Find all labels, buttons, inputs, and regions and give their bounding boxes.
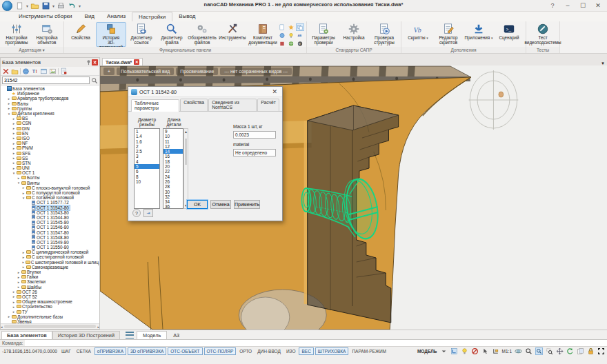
dialog-button-Применить[interactable]: Применить — [234, 200, 260, 209]
tree-item-С шестигранной головкой[interactable]: ▸С шестигранной головкой — [1, 254, 99, 259]
mini-sphere-icon[interactable] — [278, 32, 286, 39]
sheets-icon[interactable] — [577, 347, 584, 355]
filter-icon[interactable]: T! — [31, 68, 39, 75]
ribbon-button-История 3D-построений[interactable]: История3D-построений — [96, 22, 126, 47]
mini-bulb-icon[interactable] — [287, 32, 295, 39]
tree-item-ОСТ 52[interactable]: ▸ОСТ 52 — [1, 294, 99, 299]
diameter-list[interactable]: 11.41.622.53456810 — [134, 128, 160, 209]
tree-item-Звенья[interactable]: Звенья — [1, 319, 99, 323]
status-toggle-ВЕС[interactable]: ВЕС — [299, 347, 313, 355]
ribbon-button-Свойства[interactable]: Свойства — [66, 22, 96, 47]
panel-tab-База элементов[interactable]: База элементов — [1, 331, 52, 339]
tree-item-STN[interactable]: ▸STN — [1, 161, 99, 165]
mini-copy-icon[interactable] — [296, 23, 304, 31]
diameter-option-4[interactable]: 4 — [135, 159, 159, 164]
tree-item-С потайной головкой[interactable]: ▾С потайной головкой — [1, 195, 99, 200]
tree-item-SS[interactable]: ▸SS — [1, 156, 99, 161]
length-option-34[interactable]: 34 — [163, 199, 183, 204]
tree-item-ISO[interactable]: ▸ISO — [1, 136, 99, 141]
dialog-tab-Сведения из NormaCS[interactable]: Сведения из NormaCS — [208, 99, 257, 111]
ribbon-button-Настройка[interactable]: Настройка — [339, 22, 369, 47]
tree-item-С полукруглой головкой[interactable]: ▸С полукруглой головкой — [1, 190, 99, 195]
ribbon-button-Диспетчер файла[interactable]: Диспетчерфайла — [157, 22, 187, 47]
tree-item-Заклепки[interactable]: ▸Заклепки — [1, 279, 99, 284]
tree-horizontal-scrollbar[interactable]: ◂▸ — [1, 323, 99, 329]
view-overlay-button-+[interactable]: + — [103, 68, 115, 75]
length-option-11[interactable]: 11 — [163, 139, 183, 144]
dialog-close-icon[interactable]: ✕ — [270, 88, 279, 95]
tree-item-ОСТ 26[interactable]: ▸ОСТ 26 — [1, 290, 99, 294]
search-input[interactable] — [2, 77, 90, 84]
length-option-30[interactable]: 30 — [163, 190, 183, 194]
tree-item-ОСТ 1 31545-80[interactable]: ОСТ 1 31545-80 — [1, 220, 99, 225]
length-option-26[interactable]: 26 — [163, 179, 183, 184]
ucs-blue-icon[interactable] — [450, 347, 458, 355]
status-toggle-оПРИВЯЗКА[interactable]: оПРИВЯЗКА — [94, 347, 126, 355]
bulb-icon[interactable] — [461, 347, 468, 355]
dialog-tab-Табличные параметры[interactable]: Табличные параметры — [131, 99, 179, 112]
tree-item-ОСТ 1 31550-80[interactable]: ОСТ 1 31550-80 — [1, 245, 99, 250]
sheet-tab-А3[interactable]: А3 — [168, 332, 185, 339]
tree-item-ОСТ 1 31549-80[interactable]: ОСТ 1 31549-80 — [1, 240, 99, 245]
tree-item-ОСТ 1 10577-72[interactable]: ОСТ 1 10577-72 — [1, 200, 99, 205]
tree-item-Гайки[interactable]: ▸Гайки — [1, 274, 99, 279]
menu-tab-Настройки[interactable]: Настройки — [132, 12, 172, 21]
ribbon-button-Редактор скриптов[interactable]: Редакторскриптов — [433, 22, 464, 47]
length-option-28[interactable]: 28 — [163, 184, 183, 189]
ribbon-button-Скрипты[interactable]: VbСкрипты ▾ — [403, 22, 433, 47]
scale-indicator[interactable]: М1:1 — [502, 349, 512, 354]
ribbon-button-Приложения[interactable]: Приложения ▾ — [464, 22, 494, 47]
diameter-option-1[interactable]: 1 — [135, 129, 159, 134]
tree-item-SFS[interactable]: ▸SFS — [1, 150, 99, 155]
field-value-Масса 1 шт, кг[interactable]: 0.0023 — [233, 131, 276, 139]
tree-item-Общее машиностроение[interactable]: ▸Общее машиностроение — [1, 299, 99, 304]
panel-close-icon[interactable] — [92, 59, 98, 65]
length-option-18[interactable]: 18 — [163, 159, 183, 164]
tree-item-Валы[interactable]: ▸Валы — [1, 101, 99, 106]
document-close-icon[interactable]: ✕ — [134, 59, 139, 65]
model-space-label[interactable]: МОДЕЛЬ — [417, 349, 437, 354]
status-toggle-ОРТО[interactable]: ОРТО — [237, 348, 254, 354]
pin-icon[interactable] — [86, 59, 92, 65]
length-list[interactable]: 9101112141618202224262830323436384042 — [163, 128, 183, 209]
menu-tab-Анализ[interactable]: Анализ — [101, 12, 132, 21]
mini-star-icon[interactable] — [287, 23, 295, 31]
tree-item-ОСТ 1 31547-80[interactable]: ОСТ 1 31547-80 — [1, 230, 99, 234]
sheet-menu-icon[interactable] — [126, 332, 134, 338]
length-option-10[interactable]: 10 — [163, 134, 183, 139]
ribbon-button-Параметры проверки[interactable]: Параметрыпроверки — [308, 22, 339, 47]
tree-item-С плоско-выпуклой головкой[interactable]: ▸С плоско-выпуклой головкой — [1, 185, 99, 190]
diameter-option-5[interactable]: 5 — [135, 164, 159, 169]
diameter-option-6[interactable]: 6 — [135, 169, 159, 174]
diameter-option-10[interactable]: 10 — [135, 179, 159, 184]
tree-item-Самонарезающие[interactable]: ▸Самонарезающие — [1, 265, 99, 270]
tree-item-ОСТ 1 31548-80[interactable]: ОСТ 1 31548-80 — [1, 235, 99, 240]
view-overlay-button---- нет сохраненных видов ---[interactable]: --- нет сохраненных видов --- — [220, 68, 292, 75]
ribbon-button-Диспетчер ссылок[interactable]: Диспетчерссылок — [126, 22, 157, 47]
cursor-icon[interactable] — [481, 347, 489, 355]
fullscreen-icon[interactable] — [597, 347, 605, 355]
zoom-icon[interactable] — [525, 347, 533, 355]
dialog-button-Отмена[interactable]: Отмена — [210, 200, 231, 209]
length-option-12[interactable]: 12 — [163, 144, 183, 149]
ribbon-button-Проверка структуры[interactable]: Проверкаструктуры — [369, 22, 399, 47]
field-value-material[interactable]: Не определено — [233, 149, 276, 156]
pan-icon[interactable] — [556, 347, 564, 355]
command-input[interactable] — [25, 340, 607, 347]
status-toggle-ПАРАМ-РЕЖИМ[interactable]: ПАРАМ-РЕЖИМ — [350, 348, 388, 354]
sheet-tab-Модель[interactable]: Модель — [137, 331, 167, 339]
ribbon-button-Настройки программы[interactable]: Настройкипрограммы — [1, 22, 32, 47]
tree-item-Втулки[interactable]: ▸Втулки — [1, 270, 99, 274]
menu-tab-Вид[interactable]: Вид — [79, 12, 101, 21]
ribbon-button-Сценарий[interactable]: >_Сценарий — [494, 22, 524, 47]
dropdown-caret-icon[interactable] — [440, 347, 448, 355]
tree-item-ОСТ 1 31543-80[interactable]: ОСТ 1 31543-80 — [1, 210, 99, 215]
doc-red-icon[interactable] — [60, 68, 68, 75]
dialog-title-bar[interactable]: ОСТ 1 31542-80 ✕ — [128, 87, 282, 97]
status-toggle-ДИН-ВВОД[interactable]: ДИН-ВВОД — [255, 348, 283, 354]
status-toggle-3D оПРИВЯЗКА[interactable]: 3D оПРИВЯЗКА — [128, 347, 166, 355]
dialog-tab-Свойства[interactable]: Свойства — [180, 99, 208, 111]
tree-item-Группы[interactable]: ▸Группы — [1, 106, 99, 111]
tree-item-BS[interactable]: ▸BS — [1, 116, 99, 121]
diameter-option-8[interactable]: 8 — [135, 174, 159, 179]
